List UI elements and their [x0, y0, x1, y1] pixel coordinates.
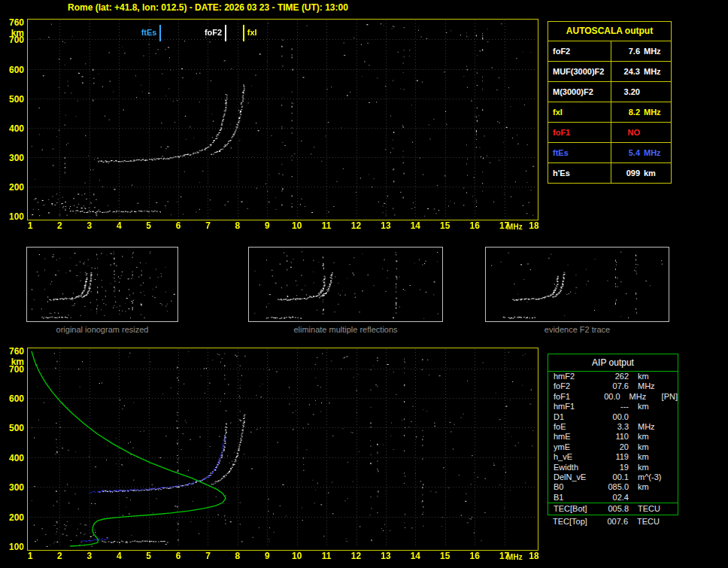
main-ionogram-canvas — [28, 20, 536, 218]
aip-row-ewidth: Ewidth19km — [548, 463, 678, 472]
thumbnail-eliminate-reflections — [248, 247, 443, 322]
autoscala-param-label: M(3000)F2 — [548, 82, 611, 102]
aip-param-label: TEC[Top] — [553, 516, 601, 527]
aip-param-label: foE — [554, 422, 602, 432]
x-tick-label: 2 — [50, 220, 68, 231]
main-ionogram-plot — [27, 19, 538, 220]
marker-fxi-line — [243, 25, 244, 41]
autoscala-value: NO — [628, 123, 641, 142]
marker-ftes-label: ftEs — [111, 28, 156, 37]
autoscala-output-table: AUTOSCALA output foF27.6MHzMUF(3000)F224… — [548, 21, 672, 184]
aip-row-hmf2: hmF2262km — [548, 372, 678, 381]
autoscala-param-label: MUF(3000)F2 — [548, 62, 611, 81]
x-tick-label: 14 — [406, 220, 424, 231]
autoscala-table-rows: foF27.6MHzMUF(3000)F224.3MHzM(3000)F23.2… — [548, 41, 671, 183]
aip-param-label: TEC[Bot] — [554, 503, 602, 515]
aip-row-fof1: foF100.0MHz[PN] — [548, 392, 678, 402]
aip-row-h-ve: h_vE119km — [548, 452, 678, 462]
x-tick-label: 15 — [436, 551, 454, 561]
x-tick-label: 14 — [406, 551, 424, 561]
autoscala-row-muf-3000-f2: MUF(3000)F224.3MHz — [548, 62, 671, 82]
aip-value: 02.4 — [602, 493, 629, 503]
thumbnail-caption-original: original ionogram resized — [26, 325, 178, 334]
aip-param-label: foF1 — [554, 392, 596, 402]
aip-unit — [629, 412, 671, 422]
y-tick-label: 300 — [5, 153, 24, 163]
aip-unit: MHz — [629, 422, 671, 432]
aip-unit: km — [629, 442, 671, 452]
autoscala-value: 24.3 — [624, 62, 640, 81]
y-tick-label: 100 — [5, 542, 24, 552]
aip-value: 07.6 — [602, 381, 629, 391]
marker-fxi-label: fxI — [247, 28, 257, 37]
aip-note: [PN] — [659, 392, 678, 402]
thumbnail-original-canvas — [27, 248, 177, 321]
aip-row-hme: hmE110km — [548, 432, 678, 442]
x-tick-label: 1 — [21, 551, 39, 561]
y-tick-label: 760 — [5, 17, 24, 28]
x-tick-label: 11 — [317, 551, 335, 561]
aip-value: 00.1 — [602, 472, 629, 482]
x-tick-label: 1 — [21, 220, 39, 231]
aip-unit: MHz — [620, 392, 659, 402]
autoscala-value: 5.4 — [629, 143, 640, 163]
aip-value: 119 — [602, 452, 629, 462]
x-axis-unit: MHz — [503, 553, 526, 561]
autoscala-value-cell: 24.3MHz — [611, 62, 671, 81]
aip-value: 262 — [602, 372, 629, 381]
autoscala-value-cell: 5.4MHz — [611, 143, 671, 163]
y-tick-label: 600 — [5, 393, 24, 404]
aip-unit: km — [629, 372, 671, 381]
page-title: Rome (lat: +41.8, lon: 012.5) - DATE: 20… — [68, 2, 348, 13]
autoscala-unit: MHz — [644, 143, 666, 163]
aip-unit: km — [629, 482, 671, 492]
aip-param-label: hmF2 — [554, 372, 602, 381]
aip-value: 007.6 — [601, 516, 628, 527]
marker-fof2-label: foF2 — [177, 28, 222, 37]
autoscala-param-label: foF2 — [548, 41, 611, 61]
autoscala-table-title: AUTOSCALA output — [548, 22, 671, 41]
x-tick-label: 18 — [525, 551, 543, 561]
x-tick-label: 11 — [317, 220, 335, 231]
y-tick-label: 300 — [5, 482, 24, 493]
y-tick-label: 400 — [5, 123, 24, 134]
aip-output-table: AIP output hmF2262kmfoF207.6MHzfoF100.0M… — [548, 354, 678, 515]
autoscala-row-ftes: ftEs5.4MHz — [548, 143, 671, 163]
aip-param-label: ymE — [554, 442, 602, 452]
aip-row-hmf1: hmF1---km — [548, 402, 678, 412]
autoscala-row-fof2: foF27.6MHz — [548, 41, 671, 62]
x-tick-label: 15 — [436, 220, 454, 231]
autoscala-row-h-es: h'Es099km — [548, 163, 671, 183]
aip-unit: km — [629, 463, 671, 472]
aip-footer-row: TEC[Top]007.6TECU — [548, 516, 677, 527]
y-tick-label: 200 — [5, 182, 24, 193]
aip-param-label: Ewidth — [554, 463, 602, 472]
autoscala-window: Rome (lat: +41.8, lon: 012.5) - DATE: 20… — [0, 0, 728, 568]
thumbnail-original-ionogram — [26, 247, 178, 322]
autoscala-param-label: h'Es — [548, 163, 611, 183]
aip-value: 00.0 — [602, 412, 629, 422]
autoscala-value: 7.6 — [629, 41, 640, 61]
autoscala-value-cell: NO — [611, 123, 671, 142]
x-tick-label: 9 — [258, 551, 276, 561]
autoscala-param-label: foF1 — [548, 123, 611, 142]
y-tick-label: 760 — [5, 346, 24, 357]
aip-row-fof2: foF207.6MHz — [548, 381, 678, 391]
aip-row-tec-top: TEC[Top]007.6TECU — [548, 516, 677, 527]
y-tick-label: 400 — [5, 453, 24, 463]
x-tick-label: 4 — [110, 551, 128, 561]
y-tick-label: 500 — [5, 94, 24, 105]
x-tick-label: 12 — [347, 220, 366, 231]
x-tick-label: 4 — [110, 220, 128, 231]
x-tick-label: 8 — [229, 220, 247, 231]
aip-value: 110 — [602, 432, 629, 442]
aip-row-foe: foE3.3MHz — [548, 422, 678, 432]
aip-row-yme: ymE20km — [548, 442, 678, 452]
autoscala-row-fof1: foF1NO — [548, 123, 671, 143]
x-tick-label: 10 — [288, 551, 306, 561]
y-axis-unit: km — [5, 357, 24, 367]
thumbnail-caption-eliminate: eliminate multiple reflections — [248, 325, 443, 334]
aip-value: 00.0 — [596, 392, 620, 402]
x-tick-label: 6 — [169, 220, 187, 231]
thumbnail-eliminate-canvas — [249, 248, 442, 321]
